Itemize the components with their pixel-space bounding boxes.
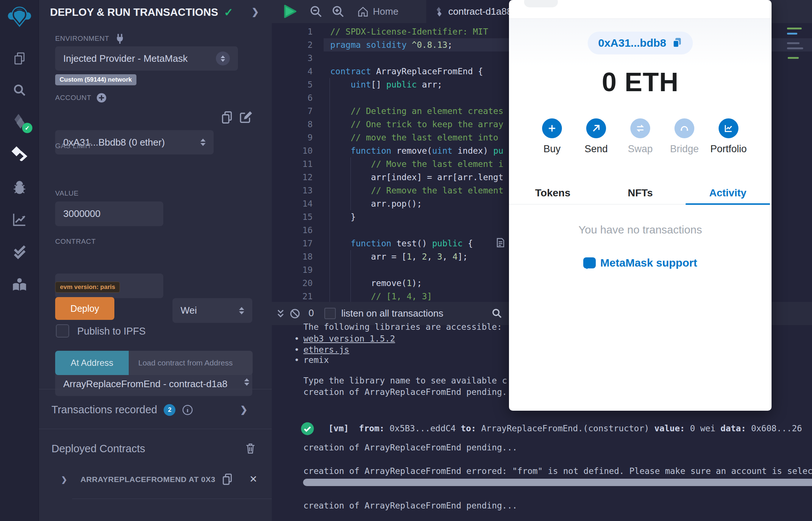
zoom-in-icon[interactable]	[331, 5, 345, 18]
terminal-line[interactable]: •web3 version 1.5.2	[303, 334, 395, 343]
swap-button[interactable]: Swap	[620, 118, 660, 155]
contract-select[interactable]: ArrayReplaceFromEnd - contract-d1a8	[55, 372, 252, 396]
value-unit-select[interactable]: Wei	[172, 298, 252, 323]
deployed-contract-label: ARRAYREPLACEFROMEND AT 0X3	[81, 475, 216, 484]
publish-ipfs-label: Publish to IPFS	[77, 326, 146, 337]
action-buttons-row: Buy Send Swap Bridge	[509, 118, 772, 155]
tab-home[interactable]: Home	[350, 0, 406, 23]
unit-testing-icon[interactable]	[0, 239, 39, 265]
tab-tokens[interactable]: Tokens	[509, 182, 596, 204]
terminal-line: creation of ArrayReplaceFromEnd pending.…	[303, 387, 517, 397]
listen-transactions-label: listen on all transactions	[341, 308, 443, 319]
metamask-popup: 0xA31...bdb8 0 ETH Buy Send	[509, 0, 772, 411]
account-address-pill[interactable]: 0xA31...bdb8	[588, 32, 692, 54]
metamask-support-link[interactable]: ? MetaMask support	[509, 257, 772, 269]
plug-icon	[114, 33, 125, 44]
terminal-line: creation of ArrayReplaceFromEnd errored:…	[303, 466, 812, 476]
file-explorer-icon[interactable]	[0, 46, 39, 71]
tab-activity[interactable]: Activity	[684, 182, 772, 204]
account-label-row: ACCOUNT	[55, 93, 107, 103]
solidity-file-icon	[435, 7, 443, 17]
trash-icon[interactable]	[245, 443, 256, 454]
learneth-icon[interactable]	[0, 272, 39, 298]
buy-button[interactable]: Buy	[532, 118, 572, 155]
copy-account-icon[interactable]	[221, 110, 233, 125]
terminal-line: creation of ArrayReplaceFromEnd pending.…	[303, 443, 517, 452]
minimap-mark	[787, 28, 802, 29]
code-action-icon[interactable]	[495, 237, 506, 248]
contract-expand-chevron-icon[interactable]: ❯	[61, 475, 67, 484]
deploy-button[interactable]: Deploy	[55, 297, 114, 320]
remove-contract-icon[interactable]: ✕	[249, 474, 257, 485]
environment-value: Injected Provider - MetaMask	[63, 53, 188, 64]
page-title: DEPLOY & RUN TRANSACTIONS	[50, 6, 218, 18]
environment-select[interactable]: Injected Provider - MetaMask	[55, 46, 238, 71]
send-label: Send	[584, 143, 608, 155]
terminal-line: creation of ArrayReplaceFromEnd pending.…	[303, 501, 517, 510]
statistics-icon[interactable]	[0, 207, 39, 232]
transactions-recorded-row[interactable]: Transactions recorded 2	[51, 404, 193, 416]
copy-address-icon[interactable]	[672, 37, 683, 49]
search-icon[interactable]	[0, 77, 39, 103]
home-icon	[357, 6, 368, 17]
portfolio-button[interactable]: Portfolio	[709, 118, 748, 155]
minimap-mark	[787, 33, 797, 35]
listen-transactions-checkbox[interactable]	[324, 308, 336, 319]
icon-rail: ✓	[0, 0, 39, 521]
deployed-contract-row[interactable]: ❯ ARRAYREPLACEFROMEND AT 0X3	[61, 475, 216, 484]
gas-limit-label: GAS LIMIT	[55, 142, 92, 150]
terminal-line: Type the library name to see available c	[303, 376, 507, 385]
contract-value: ArrayReplaceFromEnd - contract-d1a8	[63, 378, 228, 390]
terminal-line[interactable]: •ethers.js	[303, 345, 349, 354]
value-label: VALUE	[55, 189, 79, 197]
account-updown-icon	[200, 139, 206, 146]
at-address-input[interactable]: Load contract from Address	[129, 351, 253, 375]
edit-account-icon[interactable]	[239, 110, 253, 124]
panel-expand-chevron-icon[interactable]: ❯	[252, 7, 259, 17]
swap-label: Swap	[628, 143, 653, 155]
expand-terminal-icon[interactable]	[275, 308, 286, 319]
contract-label: CONTRACT	[55, 238, 96, 246]
bridge-button[interactable]: Bridge	[665, 118, 704, 155]
copy-contract-address-icon[interactable]	[221, 473, 233, 486]
support-question-icon: ?	[583, 257, 596, 268]
gas-limit-input[interactable]	[63, 208, 155, 220]
panel-title-row: DEPLOY & RUN TRANSACTIONS ✓	[50, 6, 233, 19]
transactions-recorded-label: Transactions recorded	[51, 404, 157, 416]
remix-logo[interactable]	[0, 2, 39, 28]
asset-tabs: Tokens NFTs Activity	[509, 182, 772, 204]
indent-guide	[350, 250, 351, 302]
indent-guide	[330, 78, 330, 302]
value-unit: Wei	[181, 305, 197, 316]
arrow-up-right-icon	[586, 118, 606, 138]
terminal-scrollbar[interactable]	[303, 479, 812, 486]
zoom-out-icon[interactable]	[309, 5, 323, 18]
transactions-expand-chevron-icon[interactable]: ❯	[240, 404, 247, 415]
deploy-run-icon[interactable]	[0, 140, 39, 166]
publish-ipfs-checkbox[interactable]	[56, 324, 69, 338]
pending-tx-count: 0	[309, 307, 314, 319]
run-script-icon[interactable]	[283, 4, 297, 19]
portfolio-chart-icon	[719, 118, 738, 138]
send-button[interactable]: Send	[576, 118, 616, 155]
tab-nfts[interactable]: NFTs	[596, 182, 684, 204]
deployed-contracts-label: Deployed Contracts	[51, 443, 145, 455]
add-account-icon[interactable]	[96, 93, 107, 103]
account-address: 0xA31...bdb8	[598, 37, 666, 49]
file-tab-label: contract-d1a881	[448, 6, 517, 17]
title-check-icon: ✓	[224, 6, 233, 19]
terminal-search-icon[interactable]	[491, 307, 503, 319]
plus-icon	[542, 118, 562, 138]
clear-console-icon[interactable]	[289, 308, 300, 319]
debugger-icon[interactable]	[0, 174, 39, 200]
success-check-icon	[300, 422, 314, 436]
swap-arrows-icon	[630, 118, 650, 138]
environment-updown-icon	[216, 51, 230, 65]
bridge-icon	[674, 118, 694, 138]
network-badge: Custom (59144) network	[55, 74, 136, 85]
solidity-compiler-icon[interactable]: ✓	[0, 108, 39, 134]
at-address-button[interactable]: At Address	[55, 351, 129, 375]
minimap-mark	[787, 47, 803, 49]
info-circle-icon[interactable]	[182, 404, 193, 415]
unit-updown-icon	[239, 307, 244, 314]
